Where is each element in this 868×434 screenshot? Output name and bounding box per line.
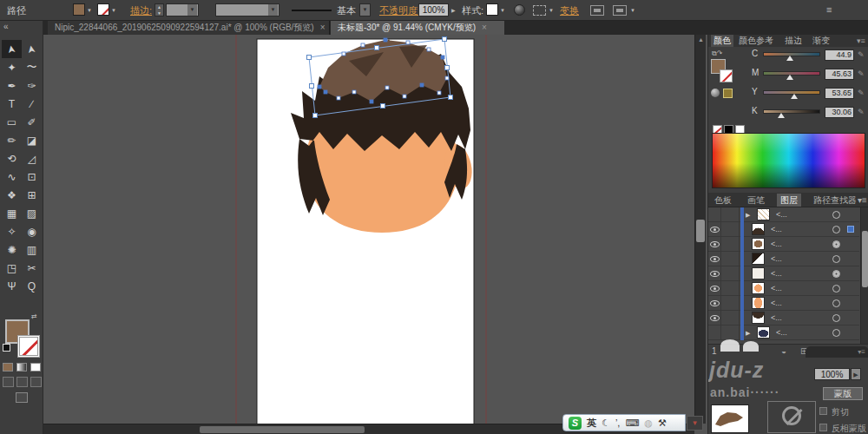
collapse-tools-icon[interactable]: « xyxy=(3,22,9,31)
layer-label[interactable]: <... xyxy=(771,240,782,248)
column-graph-tool[interactable]: ▥ xyxy=(22,240,42,259)
screen-mode-button[interactable] xyxy=(16,392,28,403)
eye-icon[interactable] xyxy=(710,286,720,292)
close-tab-icon[interactable]: × xyxy=(482,23,487,32)
gradient-tool[interactable]: ▨ xyxy=(22,204,42,222)
selection-handle[interactable] xyxy=(310,84,314,89)
layer-row[interactable]: <... xyxy=(708,266,859,281)
anchor-point[interactable] xyxy=(370,100,373,103)
default-fill-stroke-icon[interactable] xyxy=(3,344,10,352)
anchor-point[interactable] xyxy=(420,83,424,87)
eye-icon[interactable] xyxy=(710,315,720,321)
stroke-weight-stepper[interactable]: ▲▼ xyxy=(155,3,164,16)
free-transform-tool[interactable]: ⊡ xyxy=(22,168,42,186)
scroll-up-icon[interactable]: ▲ xyxy=(697,36,705,43)
ime-more-button[interactable]: ▼ xyxy=(687,416,703,431)
paintbrush-tool[interactable]: ✐ xyxy=(22,113,42,131)
settings-wrench-icon[interactable]: ⚒ xyxy=(658,415,667,431)
fill-color-swatch[interactable] xyxy=(73,3,85,16)
blend-tool[interactable]: ◉ xyxy=(22,222,42,240)
document-tab-active[interactable]: 未标题-30* @ 91.44% (CMYK/预览)× xyxy=(331,21,504,35)
layer-label[interactable]: <... xyxy=(771,225,782,233)
selection-handle[interactable] xyxy=(449,95,453,100)
mesh-tool[interactable]: ▦ xyxy=(2,204,22,222)
sogou-logo-icon[interactable]: S xyxy=(569,417,582,430)
layer-row[interactable]: ▶<... xyxy=(708,326,859,340)
anchor-point[interactable] xyxy=(385,86,389,89)
rotate-tool[interactable]: ⟲ xyxy=(2,149,22,168)
layer-row[interactable]: <... xyxy=(708,281,859,296)
eyedropper-tool[interactable]: ✧ xyxy=(2,222,22,240)
anchor-point[interactable] xyxy=(445,76,449,80)
K-slider[interactable] xyxy=(763,109,820,114)
scrollbar-thumb[interactable] xyxy=(200,426,365,433)
opacity-stepper-icon[interactable]: ▶ xyxy=(451,7,456,13)
fullwidth-moon-icon[interactable]: ☾ xyxy=(602,415,610,431)
layer-label[interactable]: <... xyxy=(776,210,787,219)
selection-handle[interactable] xyxy=(445,66,450,70)
mask-slot[interactable] xyxy=(767,401,816,433)
symbol-sprayer-tool[interactable]: ✺ xyxy=(2,240,22,259)
line-segment-tool[interactable]: ∕ xyxy=(22,95,42,113)
anchor-point[interactable] xyxy=(437,91,441,95)
rectangle-tool[interactable]: ▭ xyxy=(2,113,22,131)
shape-builder-tool[interactable]: ❖ xyxy=(2,186,22,204)
anchor-point[interactable] xyxy=(318,85,321,89)
selection-handle[interactable] xyxy=(381,104,385,108)
layer-row[interactable]: <... xyxy=(708,296,859,311)
opacity-value-box[interactable]: 100% xyxy=(418,3,449,16)
opacity-link[interactable]: 不透明度: xyxy=(379,4,420,17)
scrollbar-thumb[interactable] xyxy=(696,220,705,242)
align-vertical-icon[interactable] xyxy=(613,5,627,16)
selection-handle[interactable] xyxy=(307,56,312,60)
layer-thumbnail[interactable] xyxy=(752,312,765,324)
selection-handle[interactable] xyxy=(313,114,318,118)
visibility-cell[interactable] xyxy=(708,296,721,310)
artboard-tool[interactable]: ◳ xyxy=(2,259,22,277)
select-similar-icon[interactable] xyxy=(533,5,546,16)
draw-normal-button[interactable] xyxy=(3,377,14,387)
stroke-color-swatch[interactable] xyxy=(97,3,109,16)
selection-handle[interactable] xyxy=(443,37,447,42)
swap-fill-stroke-icon[interactable]: ⧉↷ xyxy=(712,49,722,58)
fill-dropdown-icon[interactable]: ▼ xyxy=(87,8,92,13)
type-tool[interactable]: T xyxy=(2,95,22,113)
selection-tool[interactable]: ➤ xyxy=(2,40,22,58)
slice-tool[interactable]: ✂ xyxy=(22,259,42,277)
make-clipping-mask-button[interactable]: ◒ xyxy=(781,346,786,356)
layer-label[interactable]: <... xyxy=(771,269,782,278)
transparency-opacity-box[interactable]: 100% xyxy=(814,368,850,380)
layer-label[interactable]: <... xyxy=(771,313,782,322)
tab-gradient[interactable]: 渐变 xyxy=(810,35,832,47)
slider-thumb[interactable] xyxy=(786,56,793,61)
slider-thumb[interactable] xyxy=(791,94,798,99)
expander-icon[interactable]: ▶ xyxy=(746,330,750,337)
visibility-cell[interactable] xyxy=(708,266,721,280)
stroke-link[interactable]: 描边: xyxy=(130,4,152,17)
panel-menu-icon[interactable]: ▾≡ xyxy=(854,35,868,47)
target-icon[interactable] xyxy=(832,240,840,248)
layer-thumbnail[interactable] xyxy=(752,267,765,279)
brush-dropdown[interactable]: ▼ xyxy=(359,3,371,16)
K-value-box[interactable]: 30.06 xyxy=(825,107,854,118)
in-gamut-swatch[interactable] xyxy=(723,89,733,98)
anchor-point[interactable] xyxy=(352,90,356,94)
target-icon[interactable] xyxy=(832,299,840,307)
tab-color-guide[interactable]: 颜色参考 xyxy=(736,35,776,47)
Y-value-box[interactable]: 53.65 xyxy=(825,88,854,99)
close-tab-icon[interactable]: × xyxy=(320,23,326,32)
layers-scrollbar[interactable] xyxy=(860,207,868,344)
layer-thumbnail[interactable] xyxy=(757,208,770,220)
document-tab-inactive[interactable]: Nipic_22844066_20190625090922594127.ai* … xyxy=(48,21,330,35)
style-dropdown-icon[interactable]: ▼ xyxy=(500,8,505,13)
gradient-mode-button[interactable] xyxy=(16,363,27,372)
layer-label[interactable]: <... xyxy=(771,284,782,293)
eraser-tool[interactable]: ◪ xyxy=(22,131,42,149)
layer-row[interactable]: <... xyxy=(708,222,859,237)
canvas-area[interactable]: ▲ ▼ S 英 ☾ ’, ⌨ ◍ ⚒ ▼ xyxy=(43,35,707,434)
tab-pathfinder[interactable]: 路径查找器 xyxy=(810,194,860,207)
transform-link[interactable]: 变换 xyxy=(560,4,579,17)
scrollbar-thumb[interactable] xyxy=(862,231,868,287)
lasso-tool[interactable]: 〜 xyxy=(22,58,42,76)
variable-width-combo[interactable]: ▼ xyxy=(215,3,279,16)
